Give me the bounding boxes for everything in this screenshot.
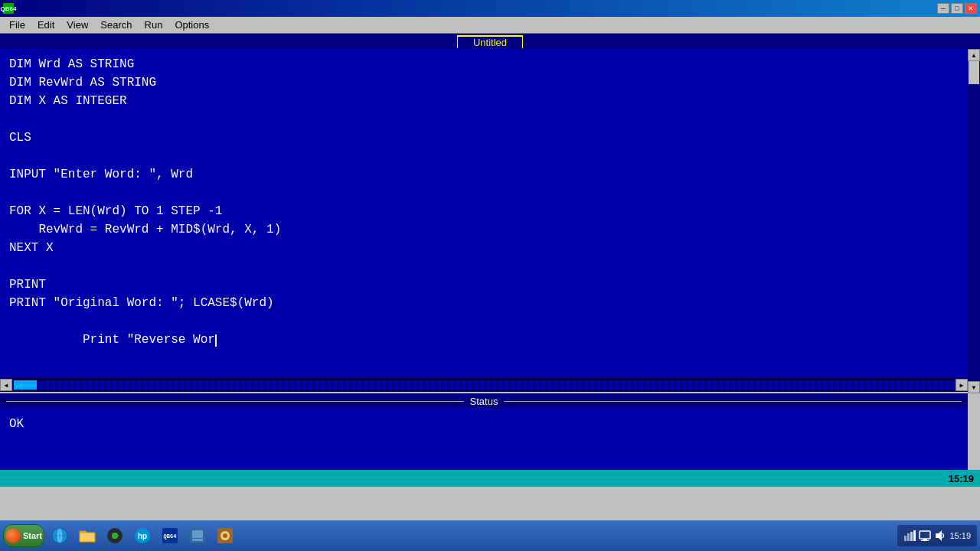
svg-rect-21 bbox=[920, 531, 930, 539]
svg-rect-18 bbox=[907, 533, 910, 541]
tab-area: Untitled bbox=[0, 34, 980, 49]
menu-options[interactable]: Options bbox=[168, 18, 215, 32]
svg-rect-23 bbox=[921, 540, 929, 541]
restore-button[interactable]: □ bbox=[951, 3, 963, 14]
taskbar-icon-app1[interactable] bbox=[185, 524, 210, 547]
svg-rect-22 bbox=[923, 539, 927, 540]
svg-rect-19 bbox=[910, 532, 913, 541]
code-line-3: DIM X AS INTEGER bbox=[9, 92, 959, 110]
start-label: Start bbox=[23, 531, 42, 540]
menu-view[interactable]: View bbox=[60, 18, 94, 32]
status-ok: OK bbox=[9, 415, 959, 433]
h-scroll-thumb[interactable] bbox=[14, 380, 37, 390]
code-line-15: Print "Reverse Wor bbox=[9, 312, 959, 331]
qb64-taskbar-icon: QB64 bbox=[161, 527, 179, 545]
code-line-8 bbox=[9, 184, 959, 202]
vertical-scrollbar[interactable]: ▲ ▼ bbox=[968, 49, 980, 393]
svg-rect-13 bbox=[192, 539, 203, 541]
svg-text:hp: hp bbox=[138, 532, 147, 540]
menu-file[interactable]: File bbox=[3, 18, 31, 32]
svg-rect-17 bbox=[904, 536, 906, 541]
code-line-2: DIM RevWrd AS STRING bbox=[9, 73, 959, 92]
time-display: 15:19 bbox=[949, 473, 974, 484]
editor-with-hscroll: DIM Wrd AS STRING DIM RevWrd AS STRING D… bbox=[0, 49, 968, 393]
code-line-12 bbox=[9, 257, 959, 276]
svg-marker-24 bbox=[936, 530, 942, 541]
taskbar-icon-app2[interactable] bbox=[213, 524, 237, 547]
svg-rect-12 bbox=[192, 530, 203, 538]
v-scroll-down[interactable]: ▼ bbox=[968, 381, 980, 393]
taskbar-icon-folder[interactable] bbox=[75, 524, 100, 547]
v-scroll-up[interactable]: ▲ bbox=[968, 49, 980, 61]
app1-icon bbox=[188, 527, 207, 545]
middle-section: DIM Wrd AS STRING DIM RevWrd AS STRING D… bbox=[0, 49, 980, 393]
minimize-button[interactable]: ─ bbox=[937, 3, 949, 14]
taskbar: Start hp QB64 bbox=[0, 520, 980, 551]
app2-icon bbox=[216, 527, 234, 545]
title-bar-buttons: ─ □ ✕ bbox=[937, 3, 977, 14]
code-line-5: CLS bbox=[9, 129, 959, 147]
folder-icon bbox=[78, 527, 96, 545]
taskbar-icon-hp[interactable]: hp bbox=[130, 524, 155, 547]
code-line-10: RevWrd = RevWrd + MID$(Wrd, X, 1) bbox=[9, 220, 959, 239]
document-tab[interactable]: Untitled bbox=[457, 35, 523, 48]
menu-bar: File Edit View Search Run Options bbox=[0, 17, 980, 34]
code-line-14: PRINT "Original Word: "; LCASE$(Wrd) bbox=[9, 294, 959, 312]
start-button[interactable]: Start bbox=[3, 524, 44, 547]
editor-area[interactable]: DIM Wrd AS STRING DIM RevWrd AS STRING D… bbox=[0, 49, 968, 378]
media-icon bbox=[106, 527, 124, 545]
code-line-7: INPUT "Enter Word: ", Wrd bbox=[9, 165, 959, 184]
app-icon: QB64 bbox=[3, 3, 14, 14]
status-area: OK bbox=[0, 409, 968, 470]
v-scroll-thumb[interactable] bbox=[969, 61, 979, 84]
title-bar: QB64 ─ □ ✕ bbox=[0, 0, 980, 17]
h-scroll-track[interactable] bbox=[12, 380, 956, 390]
svg-text:QB64: QB64 bbox=[164, 533, 177, 540]
horizontal-scrollbar[interactable]: ◀ ▶ bbox=[0, 378, 968, 392]
cursor bbox=[215, 334, 217, 347]
h-scroll-right[interactable]: ▶ bbox=[956, 379, 968, 391]
svg-point-16 bbox=[223, 533, 227, 538]
taskbar-icon-qb64[interactable]: QB64 bbox=[158, 524, 182, 547]
code-line-13: PRINT bbox=[9, 276, 959, 294]
network-icon bbox=[903, 530, 916, 542]
code-line-6 bbox=[9, 147, 959, 165]
menu-search[interactable]: Search bbox=[94, 18, 138, 32]
system-tray: 15:19 bbox=[897, 525, 977, 546]
status-divider: Status bbox=[0, 393, 968, 409]
ie-icon bbox=[51, 527, 69, 545]
bottom-bar: 15:19 bbox=[0, 470, 980, 487]
title-bar-left: QB64 bbox=[3, 3, 14, 14]
code-line-1: DIM Wrd AS STRING bbox=[9, 55, 959, 73]
code-line-9: FOR X = LEN(Wrd) TO 1 STEP -1 bbox=[9, 202, 959, 220]
start-orb bbox=[5, 528, 21, 543]
code-line-11: NEXT X bbox=[9, 239, 959, 257]
close-button[interactable]: ✕ bbox=[965, 3, 977, 14]
volume-icon bbox=[934, 530, 946, 542]
menu-edit[interactable]: Edit bbox=[31, 18, 60, 32]
hp-icon: hp bbox=[133, 527, 152, 545]
menu-run[interactable]: Run bbox=[139, 18, 169, 32]
h-scroll-left[interactable]: ◀ bbox=[0, 379, 12, 391]
taskbar-icon-ie[interactable] bbox=[47, 524, 72, 547]
taskbar-icon-media[interactable] bbox=[103, 524, 127, 547]
taskbar-time: 15:19 bbox=[949, 531, 971, 540]
svg-rect-20 bbox=[913, 530, 916, 541]
code-line-4 bbox=[9, 110, 959, 129]
v-scroll-track[interactable] bbox=[968, 61, 980, 381]
display-icon bbox=[919, 530, 931, 542]
